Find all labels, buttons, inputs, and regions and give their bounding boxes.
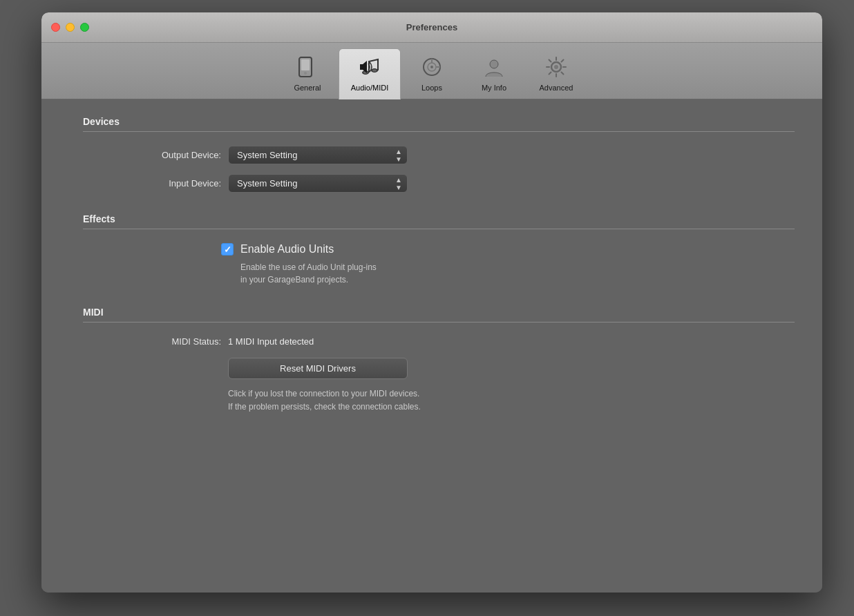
output-device-label: Output Device:	[83, 150, 221, 160]
tab-general[interactable]: General	[276, 49, 339, 99]
advanced-icon	[542, 53, 570, 81]
tab-my-info-label: My Info	[482, 84, 506, 92]
output-device-select[interactable]: System Setting	[228, 146, 408, 164]
toolbar: General Audio/MIDI	[41, 43, 822, 99]
output-device-row: Output Device: System Setting ▲ ▼	[83, 146, 795, 164]
input-device-select[interactable]: System Setting	[228, 174, 408, 193]
tab-audio-midi-label: Audio/MIDI	[351, 84, 388, 92]
tab-advanced[interactable]: Advanced	[525, 49, 587, 99]
svg-rect-1	[301, 59, 310, 70]
effects-section-title: Effects	[83, 213, 795, 224]
reset-midi-drivers-button[interactable]: Reset MIDI Drivers	[228, 358, 408, 379]
midi-status-row: MIDI Status: 1 MIDI Input detected	[83, 336, 795, 347]
enable-audio-units-checkbox[interactable]	[221, 243, 234, 256]
tab-my-info[interactable]: My Info	[463, 49, 525, 99]
loops-icon	[418, 53, 446, 81]
traffic-lights	[51, 23, 89, 32]
input-device-select-wrapper: System Setting ▲ ▼	[228, 174, 408, 193]
my-info-icon	[480, 53, 508, 81]
general-icon	[294, 53, 321, 81]
midi-divider	[83, 322, 795, 323]
svg-point-9	[430, 66, 433, 68]
midi-desc-line2: If the problem persists, check the conne…	[228, 402, 421, 412]
window-title: Preferences	[406, 22, 457, 32]
minimize-button[interactable]	[66, 23, 75, 32]
devices-section-title: Devices	[83, 116, 795, 127]
devices-section: Devices Output Device: System Setting ▲ …	[83, 116, 795, 193]
svg-point-2	[304, 72, 307, 75]
enable-audio-units-row: Enable Audio Units	[221, 243, 795, 256]
devices-divider	[83, 131, 795, 132]
svg-point-12	[554, 65, 558, 69]
tab-loops-label: Loops	[421, 84, 442, 92]
input-device-label: Input Device:	[83, 178, 221, 189]
svg-point-10	[490, 60, 498, 68]
main-content: Devices Output Device: System Setting ▲ …	[41, 99, 822, 593]
maximize-button[interactable]	[80, 23, 89, 32]
midi-description: Click if you lost the connection to your…	[228, 387, 795, 414]
midi-desc-line1: Click if you lost the connection to your…	[228, 389, 419, 398]
effects-divider	[83, 229, 795, 229]
output-device-select-wrapper: System Setting ▲ ▼	[228, 146, 408, 164]
preferences-window: Preferences General	[41, 12, 822, 593]
audio-midi-icon	[356, 53, 383, 81]
midi-section-title: MIDI	[83, 307, 795, 318]
tab-audio-midi[interactable]: Audio/MIDI	[339, 48, 401, 99]
audio-units-desc-line2: in your GarageBand projects.	[240, 275, 348, 285]
title-bar: Preferences	[41, 12, 822, 43]
midi-status-label: MIDI Status:	[83, 336, 221, 347]
tab-general-label: General	[294, 84, 321, 92]
midi-status-value: 1 MIDI Input detected	[228, 336, 314, 347]
close-button[interactable]	[51, 23, 60, 32]
input-device-row: Input Device: System Setting ▲ ▼	[83, 174, 795, 193]
audio-units-desc-line1: Enable the use of Audio Unit plug-ins	[240, 262, 377, 272]
audio-units-description: Enable the use of Audio Unit plug-ins in…	[240, 261, 795, 286]
tab-advanced-label: Advanced	[540, 84, 573, 92]
tab-loops[interactable]: Loops	[401, 49, 463, 99]
enable-audio-units-label: Enable Audio Units	[240, 243, 334, 256]
effects-section: Effects Enable Audio Units Enable the us…	[83, 213, 795, 286]
midi-section: MIDI MIDI Status: 1 MIDI Input detected …	[83, 307, 795, 414]
svg-point-6	[372, 69, 377, 72]
